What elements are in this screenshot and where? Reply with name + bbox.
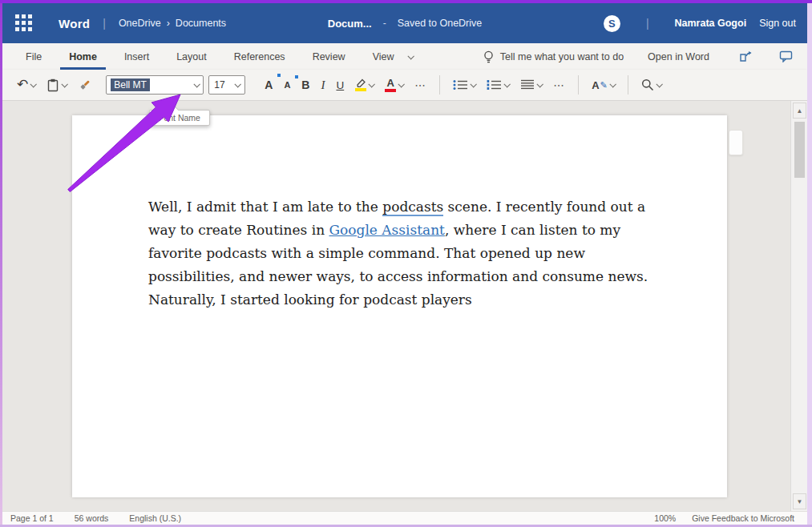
bullet-list-icon <box>453 79 468 91</box>
highlighter-icon <box>355 78 366 91</box>
sign-out-link[interactable]: Sign out <box>759 18 796 29</box>
skype-icon[interactable]: S <box>604 15 620 32</box>
screenshot-border-top <box>0 0 812 3</box>
document-canvas: Well, I admit that I am late to the podc… <box>2 101 790 511</box>
page-margin-button[interactable] <box>729 130 743 155</box>
app-name[interactable]: Word <box>59 17 90 30</box>
tab-home[interactable]: Home <box>60 44 106 70</box>
word-online-window: Word | OneDrive › Documents Docum... - S… <box>0 0 812 527</box>
font-color-button[interactable]: A <box>382 75 406 95</box>
skype-icon-letter: S <box>608 18 616 30</box>
tell-me-button[interactable]: Tell me what you want to do <box>483 50 624 63</box>
tab-insert[interactable]: Insert <box>115 44 158 70</box>
comment-icon <box>779 50 793 62</box>
find-chevron-icon[interactable] <box>656 81 662 87</box>
font-name-value: Bell MT <box>111 78 150 91</box>
font-size-chevron-icon[interactable] <box>235 81 241 87</box>
user-name[interactable]: Namrata Gogoi <box>675 18 747 29</box>
grow-font-icon: A <box>265 78 273 91</box>
ribbon-toolbar: ↶ Bell MT 17 A <box>2 70 807 101</box>
document-page[interactable]: Well, I admit that I am late to the podc… <box>72 115 727 497</box>
bullet-list-chevron-icon[interactable] <box>471 81 477 87</box>
numbered-list-icon <box>487 79 502 91</box>
share-button[interactable] <box>733 47 757 66</box>
breadcrumb-root[interactable]: OneDrive <box>119 18 161 29</box>
grow-font-button[interactable]: A <box>261 76 276 94</box>
font-name-chevron-icon[interactable] <box>194 81 200 87</box>
more-font-options-button[interactable]: ⋯ <box>411 76 430 94</box>
scroll-down-button[interactable]: ▼ <box>793 493 806 509</box>
breadcrumb-separator-icon: › <box>167 18 170 29</box>
zoom-level[interactable]: 100% <box>654 513 676 523</box>
tab-file[interactable]: File <box>17 44 50 70</box>
undo-icon: ↶ <box>17 79 28 91</box>
tell-me-label: Tell me what you want to do <box>500 51 624 62</box>
tab-references[interactable]: References <box>225 44 294 70</box>
styles-pen-icon: ✎ <box>600 80 608 91</box>
shrink-font-mark-icon <box>295 75 298 78</box>
styles-button[interactable]: A ✎ <box>588 77 618 94</box>
font-size-combobox[interactable]: 17 <box>208 75 245 95</box>
google-assistant-link[interactable]: Google Assistant <box>329 222 444 238</box>
feedback-link[interactable]: Give Feedback to Microsoft <box>692 513 794 523</box>
scrollbar-thumb[interactable] <box>794 122 805 178</box>
font-name-combobox[interactable]: Bell MT <box>106 75 204 95</box>
breadcrumb: OneDrive › Documents <box>119 18 226 29</box>
title-separator: - <box>383 18 386 29</box>
scroll-up-icon: ▲ <box>797 107 803 115</box>
font-color-icon: A <box>385 78 396 92</box>
styles-icon: A <box>592 79 599 91</box>
scroll-up-button[interactable]: ▲ <box>793 103 806 119</box>
font-size-value: 17 <box>214 79 224 91</box>
topbar-right-group: S | Namrata Gogoi Sign out <box>604 15 796 32</box>
toolbar-separator <box>628 75 628 95</box>
shrink-font-icon: A <box>284 80 290 90</box>
bold-button[interactable]: B <box>298 76 313 94</box>
bullet-list-button[interactable] <box>450 77 479 93</box>
screenshot-border-right <box>807 3 812 525</box>
language-indicator[interactable]: English (U.S.) <box>129 513 181 523</box>
podcasts-link[interactable]: podcasts <box>382 199 443 216</box>
paste-button[interactable] <box>43 76 70 95</box>
highlight-color-button[interactable] <box>352 76 377 94</box>
statusbar-right-group: 100% Give Feedback to Microsoft <box>654 513 799 523</box>
paragraph-format-button[interactable] <box>517 77 545 93</box>
styles-chevron-icon[interactable] <box>609 81 616 87</box>
toolbar-separator <box>578 75 579 95</box>
page-count[interactable]: Page 1 of 1 <box>10 513 54 523</box>
format-painter-button[interactable] <box>75 76 95 95</box>
lightbulb-icon <box>483 50 494 63</box>
tab-view[interactable]: View <box>364 44 403 70</box>
vertical-scrollbar[interactable]: ▲ ▼ <box>790 101 807 511</box>
save-status: Saved to OneDrive <box>398 18 483 29</box>
justify-icon <box>520 79 535 91</box>
font-color-chevron-icon[interactable] <box>398 81 405 87</box>
clipboard-icon <box>46 78 59 92</box>
open-in-word-button[interactable]: Open in Word <box>648 51 709 62</box>
numbered-list-button[interactable] <box>483 77 512 93</box>
undo-button[interactable]: ↶ <box>14 77 38 93</box>
app-launcher-icon[interactable] <box>15 14 33 32</box>
share-icon <box>739 50 753 62</box>
document-title-group: Docum... - Saved to OneDrive <box>328 3 483 43</box>
document-title[interactable]: Docum... <box>328 18 372 30</box>
breadcrumb-folder[interactable]: Documents <box>176 18 226 29</box>
document-text[interactable]: Well, I admit that I am late to the podc… <box>148 195 655 312</box>
more-paragraph-options-button[interactable]: ⋯ <box>550 76 568 94</box>
word-count[interactable]: 56 words <box>75 513 109 523</box>
numbered-list-chevron-icon[interactable] <box>504 81 511 87</box>
highlight-chevron-icon[interactable] <box>369 81 375 87</box>
undo-chevron-icon <box>30 81 37 87</box>
tooltip-text: Font Name <box>159 113 200 123</box>
underline-button[interactable]: U <box>333 77 347 94</box>
comments-button[interactable] <box>774 47 798 66</box>
more-tabs-chevron-icon[interactable] <box>407 53 414 59</box>
find-button[interactable] <box>638 76 665 94</box>
shrink-font-button[interactable]: A <box>281 78 293 92</box>
status-bar: Page 1 of 1 56 words English (U.S.) 100%… <box>2 511 807 525</box>
italic-button[interactable]: I <box>317 76 328 95</box>
paragraph-chevron-icon[interactable] <box>537 81 543 87</box>
tab-layout[interactable]: Layout <box>168 44 216 70</box>
menubar-right-group: Tell me what you want to do Open in Word <box>483 47 798 66</box>
tab-review[interactable]: Review <box>304 44 354 70</box>
